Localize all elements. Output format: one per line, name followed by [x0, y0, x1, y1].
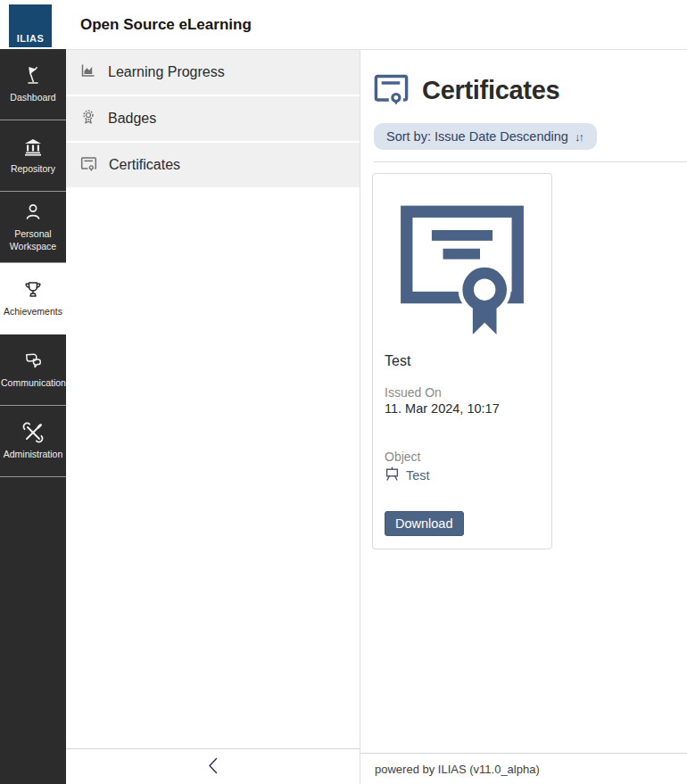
object-label: Object	[385, 450, 540, 464]
sort-by-label: Sort by: Issue Date Descending	[386, 129, 568, 144]
top-header: ILIAS Open Source eLearning	[0, 0, 687, 49]
app-window: ILIAS Open Source eLearning Dashboard	[0, 0, 687, 784]
body-row: Dashboard Repository	[0, 49, 687, 784]
slate-item-list: Learning Progress Badges	[66, 50, 360, 748]
rosette-badge-icon	[80, 109, 96, 128]
certificate-heading-icon	[374, 72, 409, 108]
issued-on-label: Issued On	[385, 385, 540, 400]
certificate-title: Test	[385, 353, 540, 369]
certificate-card: Test Issued On 11. Mar 2024, 10:17 Objec…	[372, 173, 552, 549]
mainbar-item-dashboard[interactable]: Dashboard	[0, 49, 66, 120]
certificate-card-body: Test Issued On 11. Mar 2024, 10:17 Objec…	[373, 348, 551, 549]
slate-item-badges[interactable]: Badges	[66, 96, 360, 141]
slate-item-label: Certificates	[109, 157, 180, 173]
mainbar-item-achievements[interactable]: Achievements	[0, 263, 66, 334]
mainbar-item-communication[interactable]: Communication	[0, 334, 66, 406]
issued-on-value: 11. Mar 2024, 10:17	[385, 401, 540, 416]
mainbar-item-label: Administration	[1, 449, 65, 460]
slate-bottom-bar	[66, 748, 360, 784]
collapse-slate-button[interactable]	[198, 754, 228, 780]
mainbar-item-label: Personal Workspace	[1, 228, 65, 252]
trophy-icon	[22, 279, 44, 301]
object-link[interactable]: Test	[385, 466, 430, 483]
slate-item-learning-progress[interactable]: Learning Progress	[66, 50, 360, 95]
sort-arrows-icon: ↓↑	[575, 130, 584, 144]
ilias-logo[interactable]: ILIAS	[9, 4, 52, 47]
certificate-image	[373, 174, 551, 348]
easel-icon	[385, 466, 400, 483]
slate-item-label: Learning Progress	[108, 64, 225, 80]
bank-icon	[22, 136, 44, 158]
person-icon	[22, 202, 44, 223]
mainbar-item-administration[interactable]: Administration	[0, 406, 66, 477]
achievements-slate: Learning Progress Badges	[66, 49, 360, 784]
sort-by-button[interactable]: Sort by: Issue Date Descending ↓↑	[374, 123, 597, 150]
content-divider	[374, 161, 687, 162]
mainbar-item-personal-workspace[interactable]: Personal Workspace	[0, 192, 66, 263]
mainbar-navigation: Dashboard Repository	[0, 49, 66, 784]
object-block: Object Test	[385, 450, 540, 484]
page-title: Open Source eLearning	[80, 16, 252, 34]
certificate-icon	[80, 155, 97, 175]
mainbar-item-repository[interactable]: Repository	[0, 120, 66, 192]
object-link-label: Test	[406, 468, 430, 483]
powered-by-text: powered by ILIAS (v11.0_alpha)	[375, 763, 540, 776]
chat-bubbles-icon	[22, 351, 44, 372]
slate-item-label: Badges	[108, 111, 156, 127]
desk-lamp-icon	[22, 65, 44, 87]
page-heading-title: Certificates	[422, 76, 559, 105]
mainbar-item-label: Repository	[1, 163, 65, 175]
chevron-left-icon	[207, 763, 219, 777]
crossed-tools-icon	[22, 422, 44, 443]
mainbar-item-label: Dashboard	[1, 92, 65, 103]
ilias-logo-text: ILIAS	[17, 33, 45, 47]
main-content: Certificates Sort by: Issue Date Descend…	[360, 49, 687, 784]
download-button[interactable]: Download	[385, 511, 464, 536]
area-chart-icon	[80, 62, 96, 82]
powered-by-footer: powered by ILIAS (v11.0_alpha)	[360, 753, 687, 784]
mainbar-item-label: Communication	[1, 377, 65, 389]
issued-on-block: Issued On 11. Mar 2024, 10:17	[385, 385, 540, 416]
mainbar-item-label: Achievements	[1, 306, 65, 318]
slate-item-certificates[interactable]: Certificates	[66, 143, 360, 187]
page-heading: Certificates	[374, 72, 687, 108]
certificates-pane: Certificates Sort by: Issue Date Descend…	[360, 50, 687, 753]
